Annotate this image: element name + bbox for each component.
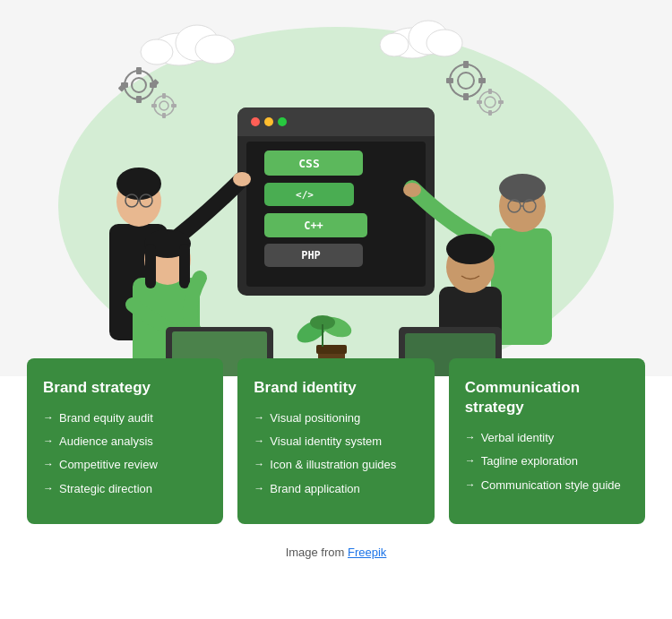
- svg-rect-22: [151, 104, 157, 107]
- svg-point-38: [251, 117, 260, 126]
- svg-point-3: [195, 35, 235, 64]
- brand-identity-title: Brand identity: [254, 378, 418, 398]
- svg-point-8: [380, 33, 409, 56]
- svg-point-4: [141, 39, 173, 64]
- svg-point-59: [499, 174, 546, 202]
- caption-text: Image from: [286, 546, 345, 559]
- communication-strategy-list: Verbal identity Tagline exploration Comm…: [465, 430, 629, 494]
- svg-point-52: [116, 168, 161, 200]
- brand-identity-card: Brand identity Visual positioning Visual…: [237, 358, 434, 524]
- brand-identity-list: Visual positioning Visual identity syste…: [254, 410, 418, 497]
- svg-rect-26: [463, 93, 469, 100]
- list-item: Brand application: [254, 481, 418, 497]
- svg-rect-19: [162, 93, 166, 99]
- svg-point-7: [426, 30, 462, 56]
- cards-section: Brand strategy Brand equity audit Audien…: [0, 358, 672, 533]
- brand-strategy-card: Brand strategy Brand equity audit Audien…: [27, 358, 223, 524]
- svg-point-40: [278, 117, 287, 126]
- svg-rect-34: [477, 100, 482, 104]
- list-item: Icon & illustration guides: [254, 457, 418, 473]
- list-item: Visual positioning: [254, 410, 418, 426]
- svg-rect-33: [498, 100, 504, 104]
- list-item: Communication style guide: [465, 477, 629, 494]
- svg-rect-20: [162, 113, 166, 118]
- svg-point-39: [264, 117, 273, 126]
- svg-rect-11: [136, 67, 142, 74]
- svg-rect-25: [463, 61, 469, 68]
- svg-rect-67: [145, 244, 156, 288]
- illustration-area: CSS </> C++ PHP: [0, 0, 672, 376]
- footer-caption: Image from Freepik: [0, 533, 672, 568]
- list-item: Strategic direction: [43, 481, 207, 497]
- svg-rect-32: [488, 110, 492, 116]
- svg-text:</>: </>: [296, 189, 314, 201]
- list-item: Verbal identity: [465, 430, 629, 446]
- svg-rect-27: [478, 78, 486, 83]
- communication-strategy-card: Communication strategy Verbal identity T…: [449, 358, 645, 524]
- svg-rect-28: [446, 78, 453, 83]
- list-item: Brand equity audit: [43, 410, 207, 426]
- svg-rect-12: [136, 96, 142, 103]
- brand-strategy-list: Brand equity audit Audience analysis Com…: [43, 410, 207, 497]
- svg-rect-21: [171, 104, 177, 107]
- svg-point-74: [446, 234, 495, 264]
- svg-text:CSS: CSS: [298, 157, 320, 170]
- freepik-link[interactable]: Freepik: [348, 546, 386, 559]
- svg-point-63: [403, 183, 421, 197]
- svg-rect-31: [488, 89, 492, 94]
- list-item: Tagline exploration: [465, 453, 629, 469]
- list-item: Audience analysis: [43, 434, 207, 450]
- svg-rect-68: [179, 244, 190, 288]
- brand-strategy-title: Brand strategy: [43, 378, 207, 398]
- list-item: Visual identity system: [254, 434, 418, 450]
- svg-text:PHP: PHP: [301, 249, 321, 262]
- list-item: Competitive review: [43, 457, 207, 473]
- svg-rect-79: [316, 345, 347, 354]
- svg-text:C++: C++: [304, 219, 323, 232]
- svg-point-56: [233, 172, 251, 186]
- communication-strategy-title: Communication strategy: [465, 378, 629, 417]
